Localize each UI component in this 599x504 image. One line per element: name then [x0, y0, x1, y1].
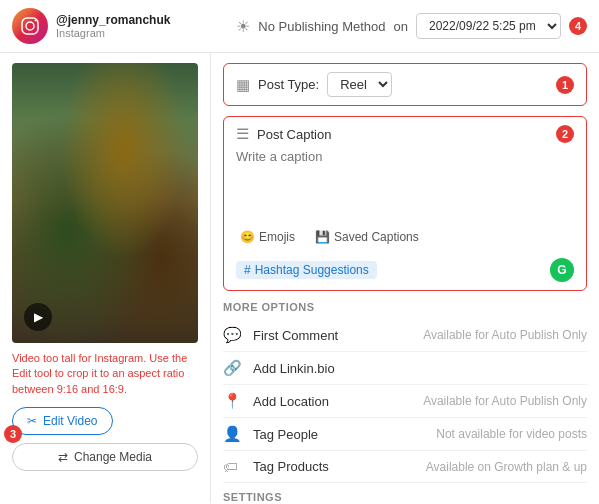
badge-3: 3: [4, 425, 22, 443]
edit-video-button[interactable]: ✂ Edit Video: [12, 407, 113, 435]
badge-4: 4: [569, 17, 587, 35]
save-icon: 💾: [315, 230, 330, 244]
first-comment-row: 💬 First Comment Available for Auto Publi…: [223, 319, 587, 352]
publishing-method-label: No Publishing Method: [258, 19, 385, 34]
platform-label: Instagram: [56, 27, 170, 39]
caption-section: ☰ Post Caption 2 😊 Emojis 💾 Saved Captio…: [223, 116, 587, 291]
header: @jenny_romanchuk Instagram ☀ No Publishi…: [0, 0, 599, 53]
hashtag-suggestions-button[interactable]: # Hashtag Suggestions: [236, 261, 377, 279]
tag-products-row: 🏷 Tag Products Available on Growth plan …: [223, 451, 587, 483]
post-type-label: Post Type:: [258, 77, 319, 92]
publishing-method-area: ☀ No Publishing Method on 2022/09/22 5:2…: [236, 13, 587, 39]
main-layout: ▶ Video too tall for Instagram. Use the …: [0, 53, 599, 503]
swap-icon: ⇄: [58, 450, 68, 464]
account-info: @jenny_romanchuk Instagram: [56, 13, 170, 39]
location-icon: 📍: [223, 392, 243, 410]
tag-icon: 🏷: [223, 458, 243, 475]
tag-people-row: 👤 Tag People Not available for video pos…: [223, 418, 587, 451]
media-warning: Video too tall for Instagram. Use the Ed…: [12, 351, 198, 397]
more-options-label: MORE OPTIONS: [223, 301, 587, 313]
date-select[interactable]: 2022/09/22 5:25 pm: [416, 13, 561, 39]
edit-video-button-wrap: ✂ Edit Video 3: [12, 407, 198, 435]
hashtag-icon: #: [244, 263, 251, 277]
tag-people-status: Not available for video posts: [436, 427, 587, 441]
caption-title: Post Caption: [257, 127, 331, 142]
media-preview: ▶: [12, 63, 198, 343]
link-icon: 🔗: [223, 359, 243, 377]
svg-point-1: [26, 22, 34, 30]
tag-people-label: Tag People: [253, 427, 426, 442]
right-panel: ▦ Post Type: Reel 1 ☰ Post Caption 2 😊 E…: [210, 53, 599, 503]
comment-icon: 💬: [223, 326, 243, 344]
tag-products-status: Available on Growth plan & up: [426, 460, 587, 474]
first-comment-status: Available for Auto Publish Only: [423, 328, 587, 342]
post-type-section: ▦ Post Type: Reel 1: [223, 63, 587, 106]
linkinbio-label: Add Linkin.bio: [253, 361, 577, 376]
linkinbio-row: 🔗 Add Linkin.bio: [223, 352, 587, 385]
settings-label: SETTINGS: [223, 491, 587, 503]
caption-textarea[interactable]: [236, 149, 574, 219]
first-comment-label: First Comment: [253, 328, 413, 343]
caption-icon: ☰: [236, 125, 249, 143]
badge-2: 2: [556, 125, 574, 143]
media-buttons: ✂ Edit Video 3 ⇄ Change Media: [12, 407, 198, 471]
on-text: on: [394, 19, 408, 34]
scissors-icon: ✂: [27, 414, 37, 428]
media-panel: ▶ Video too tall for Instagram. Use the …: [0, 53, 210, 503]
badge-1: 1: [556, 76, 574, 94]
avatar: [12, 8, 48, 44]
play-button[interactable]: ▶: [24, 303, 52, 331]
emojis-button[interactable]: 😊 Emojis: [236, 228, 299, 246]
saved-captions-button[interactable]: 💾 Saved Captions: [311, 228, 423, 246]
caption-tools: 😊 Emojis 💾 Saved Captions # Hashtag Sugg…: [236, 228, 574, 282]
sun-icon: ☀: [236, 17, 250, 36]
location-row: 📍 Add Location Available for Auto Publis…: [223, 385, 587, 418]
grammarly-icon: G: [550, 258, 574, 282]
location-status: Available for Auto Publish Only: [423, 394, 587, 408]
svg-point-2: [35, 20, 37, 22]
account-name: @jenny_romanchuk: [56, 13, 170, 27]
caption-header: ☰ Post Caption 2: [236, 125, 574, 143]
tag-products-label: Tag Products: [253, 459, 416, 474]
post-type-select[interactable]: Reel: [327, 72, 392, 97]
emoji-icon: 😊: [240, 230, 255, 244]
location-label: Add Location: [253, 394, 413, 409]
person-icon: 👤: [223, 425, 243, 443]
grid-icon: ▦: [236, 76, 250, 94]
change-media-button[interactable]: ⇄ Change Media: [12, 443, 198, 471]
options-list: 💬 First Comment Available for Auto Publi…: [223, 319, 587, 483]
